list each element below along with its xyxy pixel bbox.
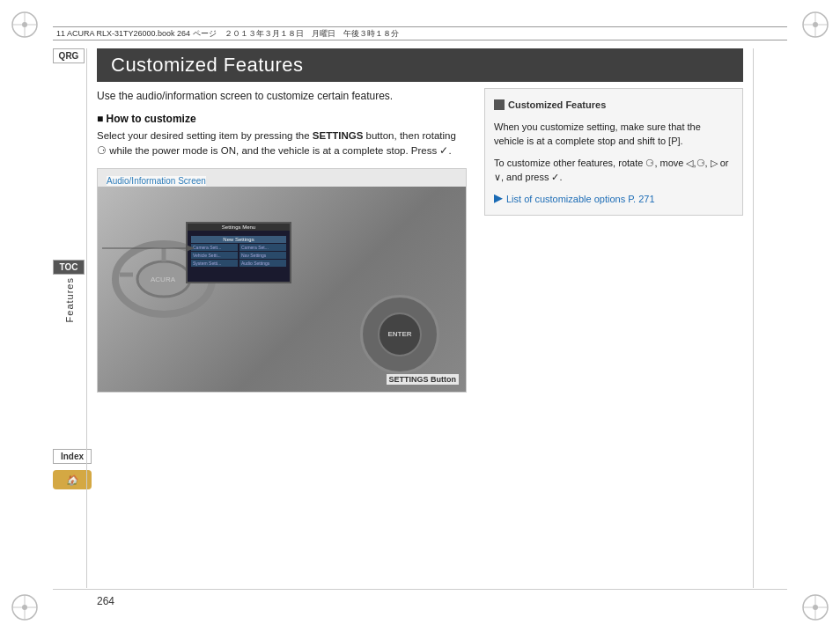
info-link[interactable]: List of customizable options P. 271 xyxy=(494,192,733,207)
svg-text:ACURA: ACURA xyxy=(151,276,176,283)
title-bar: Customized Features xyxy=(97,48,743,82)
top-bar: 11 ACURA RLX-31TY26000.book 264 ページ ２０１３… xyxy=(53,26,787,40)
top-bar-text: 11 ACURA RLX-31TY26000.book 264 ページ ２０１３… xyxy=(56,28,399,40)
dial-inner: ENTER xyxy=(378,312,422,356)
how-to-text-part3: while the power mode is ON, and the vehi… xyxy=(109,145,439,156)
left-vertical-line xyxy=(86,48,87,588)
link-text: List of customizable options P. 271 xyxy=(506,192,655,207)
settings-button-callout: SETTINGS Button xyxy=(387,374,460,385)
info-icon xyxy=(494,99,505,110)
how-to-text: Select your desired setting item by pres… xyxy=(97,129,467,159)
how-to-text-part2: button, then rotating xyxy=(363,130,456,141)
settings-dial: ENTER xyxy=(360,295,439,374)
screen-title: Settings Menu xyxy=(188,224,290,231)
features-label: Features xyxy=(64,277,75,322)
right-vertical-line xyxy=(753,48,754,588)
image-container: Audio/Information Screen ACURA Settings … xyxy=(97,168,467,393)
corner-decoration-bl xyxy=(7,590,42,625)
car-interior-image: ACURA Settings Menu New Settings Camera … xyxy=(98,187,466,392)
callout-arrow-svg xyxy=(98,231,212,266)
link-arrow-icon xyxy=(494,195,503,203)
info-box-title-text: Customized Features xyxy=(508,98,606,113)
right-column: Customized Features When you customize s… xyxy=(484,88,743,588)
info-box-title: Customized Features xyxy=(494,98,733,113)
home-icon: 🏠 xyxy=(66,474,78,486)
bottom-horizontal-line xyxy=(53,589,787,590)
left-column: Use the audio/information screen to cust… xyxy=(97,88,467,588)
link-page: P. 271 xyxy=(628,194,654,204)
page-title: Customized Features xyxy=(111,54,304,77)
corner-decoration-tr xyxy=(798,7,833,42)
info-box: Customized Features When you customize s… xyxy=(484,88,743,216)
image-label: Audio/Information Screen xyxy=(107,176,206,186)
corner-decoration-br xyxy=(798,590,833,625)
toc-badge[interactable]: TOC xyxy=(53,260,85,275)
corner-decoration-tl xyxy=(7,7,42,42)
qrg-badge[interactable]: QRG xyxy=(53,48,85,63)
settings-bold: SETTINGS xyxy=(313,130,364,141)
intro-text: Use the audio/information screen to cust… xyxy=(97,88,467,104)
how-to-text-part1: Select your desired setting item by pres… xyxy=(97,130,313,141)
main-content: Use the audio/information screen to cust… xyxy=(97,88,743,588)
info-para1: When you customize setting, make sure th… xyxy=(494,120,733,149)
svg-marker-23 xyxy=(186,245,195,252)
page-number: 264 xyxy=(97,595,114,607)
how-to-title: How to customize xyxy=(97,113,467,125)
info-para2: To customize other features, rotate ⚆, m… xyxy=(494,156,733,185)
